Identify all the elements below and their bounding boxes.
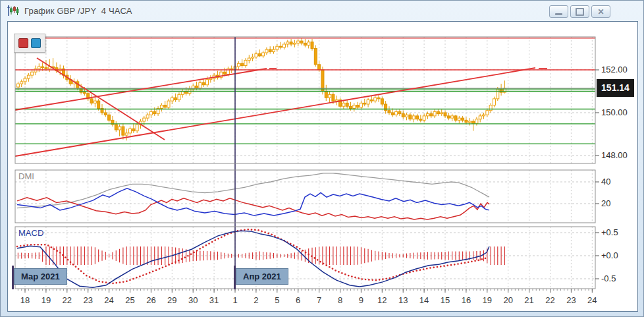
x-axis-day-label: 6 (290, 295, 307, 305)
chart-plot-area[interactable] (1, 1, 644, 317)
x-axis-day-label: 7 (311, 295, 328, 305)
dmi-axis-label: 40 (601, 177, 610, 187)
x-axis-day-label: 30 (184, 295, 201, 305)
dmi-pane (15, 170, 595, 223)
x-axis-day-label: 23 (80, 295, 97, 305)
drawing-toolbar (14, 34, 45, 53)
x-axis-day-label: 8 (332, 295, 349, 305)
chart-window: График GBP /JPY 4 ЧАСА ✕ DMI MACD 151.14… (0, 0, 644, 317)
current-price-tag: 151.14 (597, 79, 634, 97)
x-axis-day-label: 20 (500, 295, 517, 305)
month-accent-bar (12, 266, 14, 289)
x-axis-day-label: 24 (583, 295, 601, 305)
macd-axis-label: -0.5 (601, 274, 616, 283)
x-axis-day-label: 25 (122, 295, 139, 305)
macd-axis-label: +0.0 (601, 250, 618, 260)
x-axis-day-label: 21 (521, 295, 538, 305)
x-axis-day-label: 2 (248, 295, 265, 305)
price-axis-label: 152.00 (601, 65, 628, 74)
x-axis-day-label: 31 (205, 295, 223, 305)
x-axis-day-label: 22 (542, 295, 559, 305)
x-axis-day-label: 18 (16, 295, 34, 305)
month-accent-bar (234, 266, 236, 289)
main-price-pane (15, 37, 595, 163)
month-label-mar: Мар 2021 (14, 268, 67, 285)
dmi-pane-label: DMI (18, 171, 34, 181)
dmi-axis-label: 20 (601, 198, 610, 208)
x-axis-day-label: 13 (394, 295, 412, 305)
x-axis-day-label: 24 (101, 295, 118, 305)
macd-pane-label: MACD (18, 228, 43, 238)
x-axis-day-label: 12 (373, 295, 390, 305)
x-axis-day-label: 22 (59, 295, 76, 305)
x-axis-day-label: 9 (352, 295, 369, 305)
x-axis-day-label: 29 (163, 295, 180, 305)
x-axis-day-label: 19 (38, 295, 55, 305)
month-label-apr: Апр 2021 (236, 268, 288, 285)
x-axis-day-label: 14 (416, 295, 433, 305)
macd-axis-label: +0.5 (601, 227, 618, 237)
x-axis-day-label: 16 (458, 295, 475, 305)
blue-square-tool-button[interactable] (31, 38, 41, 48)
x-axis-day-label: 5 (269, 295, 286, 305)
x-axis-day-label: 26 (142, 295, 159, 305)
macd-pane (15, 227, 595, 289)
x-axis-day-label: 1 (227, 295, 244, 305)
price-axis-label: 148.00 (601, 150, 628, 160)
red-square-tool-button[interactable] (18, 38, 28, 48)
x-axis-day-label: 15 (437, 295, 454, 305)
price-axis-label: 150.00 (601, 107, 628, 117)
x-axis-day-label: 19 (479, 295, 496, 305)
x-axis-day-label: 23 (562, 295, 579, 305)
